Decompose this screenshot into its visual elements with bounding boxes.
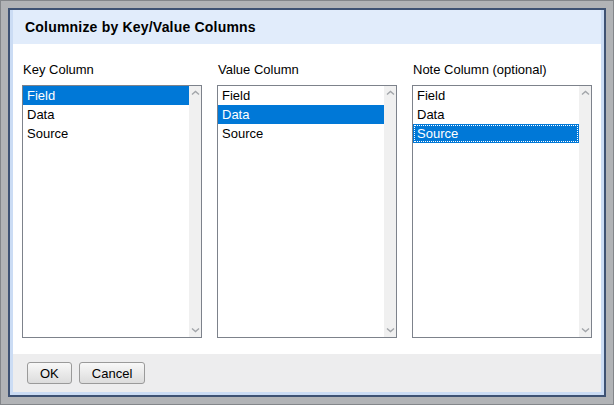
cancel-button[interactable]: Cancel [79,362,145,384]
list-items: FieldDataSource [218,86,384,143]
list-item[interactable]: Source [23,124,189,143]
dialog-body: Key Column FieldDataSource Value Column [13,44,601,354]
list-items: FieldDataSource [413,86,579,143]
value-column-listbox[interactable]: FieldDataSource [217,85,397,338]
chevron-down-icon[interactable] [581,327,590,333]
scrollbar[interactable] [579,86,591,337]
scrollbar[interactable] [384,86,396,337]
note-column-label: Note Column (optional) [413,62,592,77]
list-item[interactable]: Field [23,86,189,105]
value-column-label: Value Column [218,62,397,77]
list-item[interactable]: Data [413,105,579,124]
dialog-title: Columnize by Key/Value Columns [25,19,256,35]
window-frame: Columnize by Key/Value Columns Key Colum… [0,0,614,405]
chevron-up-icon[interactable] [191,90,200,96]
note-column-listbox[interactable]: FieldDataSource [412,85,592,338]
scrollbar[interactable] [189,86,201,337]
key-column-label: Key Column [23,62,202,77]
key-column-group: Key Column FieldDataSource [22,62,202,338]
list-item[interactable]: Source [413,124,579,143]
chevron-up-icon[interactable] [386,90,395,96]
chevron-down-icon[interactable] [191,327,200,333]
dialog-header: Columnize by Key/Value Columns [13,10,601,44]
list-item[interactable]: Field [413,86,579,105]
chevron-up-icon[interactable] [581,90,590,96]
list-item[interactable]: Data [23,105,189,124]
chevron-down-icon[interactable] [386,327,395,333]
columnize-dialog: Columnize by Key/Value Columns Key Colum… [8,8,606,397]
dialog-footer: OK Cancel [13,354,601,392]
list-item[interactable]: Data [218,105,384,124]
ok-button[interactable]: OK [27,362,72,384]
note-column-group: Note Column (optional) FieldDataSource [412,62,592,338]
list-items: FieldDataSource [23,86,189,143]
key-column-listbox[interactable]: FieldDataSource [22,85,202,338]
list-item[interactable]: Field [218,86,384,105]
list-item[interactable]: Source [218,124,384,143]
value-column-group: Value Column FieldDataSource [217,62,397,338]
